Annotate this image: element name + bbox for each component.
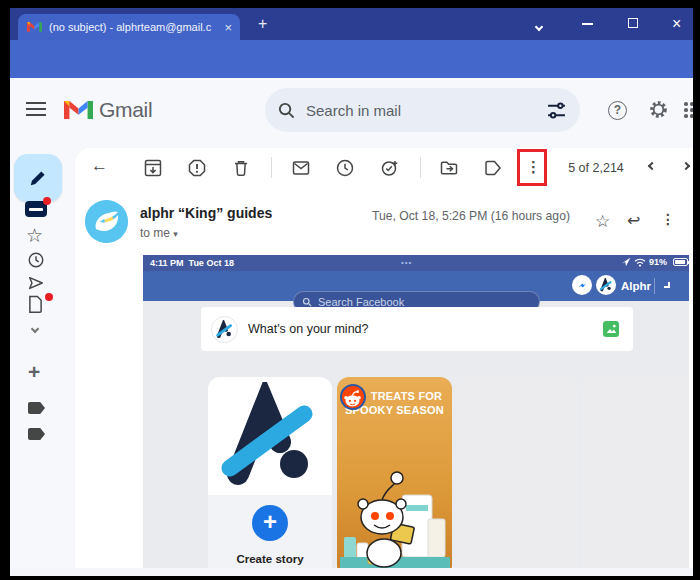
more-options-kebab-button[interactable]: ⋮ (526, 158, 541, 176)
battery-percent: 91% (649, 257, 667, 267)
snooze-button[interactable] (335, 158, 355, 178)
sidebar-item-drafts[interactable] (28, 295, 43, 313)
gmail-search-bar[interactable] (265, 88, 580, 132)
fb-account-chevron-icon[interactable] (664, 282, 670, 288)
fb-story-create-card[interactable]: + Create story (208, 377, 332, 568)
window-bottom-strip (10, 568, 693, 576)
wifi-icon (634, 258, 646, 267)
fb-search-input[interactable] (318, 296, 531, 308)
reddit-snoo-mascot (340, 461, 450, 568)
browser-titlebar: (no subject) - alphrteam@gmail.c × + × (10, 8, 693, 40)
email-counter: 5 of 2,214 (563, 161, 629, 175)
settings-gear-icon[interactable] (648, 99, 669, 120)
sidebar-item-snoozed[interactable] (27, 251, 45, 269)
fb-nav-bar: Alphr (143, 271, 689, 301)
messenger-bolt-icon (576, 279, 589, 292)
fb-story-card-3[interactable] (457, 377, 577, 568)
fb-story-card-4[interactable] (581, 377, 689, 568)
inbox-badge (43, 197, 51, 205)
browser-window: (no subject) - alphrteam@gmail.c × + × ←… (10, 8, 693, 576)
drafts-badge (45, 293, 53, 301)
archive-button[interactable] (143, 158, 163, 178)
gmail-search-input[interactable] (306, 102, 547, 119)
star-email-icon[interactable]: ☆ (595, 211, 610, 232)
browser-toolbar: ← → ↻ ⌂ https://mail.google.com/mail/u/0… (10, 40, 693, 78)
compose-button[interactable] (14, 154, 62, 202)
window-minimize-button[interactable] (582, 23, 593, 25)
alphr-logo-large-icon (220, 382, 320, 492)
window-menu-chevron-icon[interactable] (536, 19, 542, 33)
sidebar-label-tag-icon-2[interactable] (28, 428, 45, 440)
fb-status-dots: ••• (401, 258, 412, 267)
labels-button[interactable] (483, 158, 503, 178)
help-icon[interactable]: ? (608, 101, 627, 120)
toolbar-divider (271, 157, 272, 178)
reddit-snoo-icon (342, 389, 363, 410)
composer-placeholder[interactable]: What's on your mind? (248, 322, 603, 336)
alphr-logo-icon (215, 320, 234, 339)
fb-story-reddit-card[interactable]: TREATS FOR SPOOKY SEASON (337, 377, 452, 568)
email-view-panel: ← (75, 148, 693, 568)
sidebar-label-tag-icon[interactable] (28, 402, 45, 414)
fb-profile-name[interactable]: Alphr (621, 280, 651, 292)
google-apps-grid-icon[interactable] (684, 102, 693, 118)
search-icon[interactable] (277, 101, 296, 120)
back-to-inbox-button[interactable]: ← (91, 156, 108, 176)
fb-status-bar: 4:11 PM Tue Oct 18 ••• 91% (143, 255, 689, 271)
email-date: Tue, Oct 18, 5:26 PM (16 hours ago) (325, 209, 570, 223)
tab-close-icon[interactable]: × (222, 21, 234, 34)
create-story-plus-button[interactable]: + (252, 505, 288, 541)
fb-nav-divider (654, 278, 655, 294)
new-tab-button[interactable]: + (258, 15, 267, 33)
newer-email-chevron-button[interactable] (648, 162, 656, 170)
sidebar-add-label-button[interactable]: + (28, 360, 40, 384)
sidebar-item-sent[interactable] (27, 274, 45, 292)
photo-icon[interactable] (603, 321, 619, 337)
add-to-tasks-button[interactable] (380, 158, 400, 178)
browser-tab[interactable]: (no subject) - alphrteam@gmail.c × (18, 14, 240, 40)
window-close-button[interactable]: × (672, 15, 681, 33)
toolbar-divider-2 (420, 157, 421, 178)
gmail-favicon-icon (27, 21, 42, 33)
fb-profile-avatar[interactable] (596, 275, 616, 295)
dove-avatar-icon (85, 200, 128, 243)
search-options-tune-icon[interactable] (547, 101, 566, 120)
messenger-button[interactable] (572, 275, 592, 295)
battery-icon (673, 258, 688, 266)
email-kebab-icon[interactable]: ⋮ (661, 211, 675, 227)
window-maximize-button[interactable] (628, 18, 638, 28)
recipient-label[interactable]: to me ▾ (140, 226, 178, 240)
reddit-story-avatar (340, 384, 366, 410)
fb-search-icon (302, 297, 312, 307)
fb-status-time: 4:11 PM Tue Oct 18 (150, 258, 234, 268)
sidebar-more-chevron-icon[interactable] (31, 325, 39, 333)
location-arrow-icon (621, 257, 631, 267)
mark-unread-button[interactable] (291, 158, 311, 178)
screenshot-stage: (no subject) - alphrteam@gmail.c × + × ←… (0, 0, 700, 580)
main-menu-hamburger-icon[interactable] (26, 102, 46, 116)
gmail-logo-icon[interactable] (64, 99, 93, 121)
gmail-wordmark: Gmail (99, 98, 152, 122)
create-story-label: Create story (208, 553, 332, 565)
older-email-chevron-button[interactable] (682, 162, 690, 170)
sidebar-item-starred[interactable]: ☆ (26, 224, 43, 247)
fb-status-icons: 91% (621, 257, 688, 267)
move-to-button[interactable] (439, 158, 459, 178)
composer-avatar (211, 316, 238, 343)
report-spam-button[interactable] (187, 158, 207, 178)
recipient-dropdown-icon: ▾ (173, 229, 178, 239)
fb-composer[interactable]: What's on your mind? (201, 307, 633, 351)
reply-icon[interactable]: ↩ (627, 211, 640, 230)
sender-name: alphr “King” guides (140, 205, 272, 221)
embedded-screenshot: 4:11 PM Tue Oct 18 ••• 91% (143, 255, 689, 568)
compose-pencil-icon (27, 167, 49, 189)
sender-avatar[interactable] (85, 200, 128, 243)
delete-button[interactable] (231, 158, 251, 178)
alphr-mini-logo-icon (599, 278, 613, 292)
tab-title: (no subject) - alphrteam@gmail.c (49, 21, 222, 33)
